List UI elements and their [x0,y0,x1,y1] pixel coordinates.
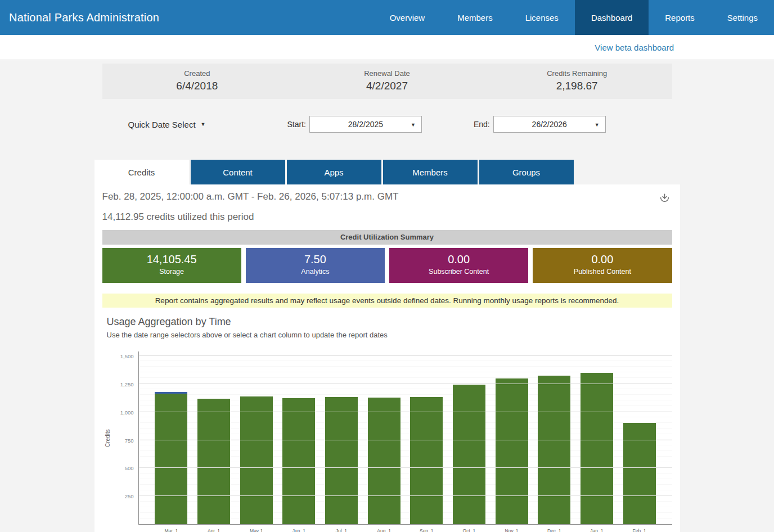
chevron-down-icon: ▼ [201,122,206,127]
chart-bar-column[interactable]: Oct. 1 [453,351,485,524]
card-label: Analytics [246,268,385,276]
gridline [139,384,672,384]
tab-credits[interactable]: Credits [94,160,189,184]
chart-bar-column[interactable]: Dec. 1 [538,351,570,524]
bar-series: Mar. 1Apr. 1May 1Jun. 1Jul. 1Aug. 1Sep. … [139,351,672,524]
chevron-down-icon: ▼ [411,123,416,128]
chart-bar[interactable] [325,397,358,524]
chart-bar-column[interactable]: Aug. 1 [368,351,400,524]
nav-overview[interactable]: Overview [374,0,442,35]
chart-bar[interactable] [538,376,570,524]
y-axis-tick-label: 750 [125,438,134,444]
x-axis-tick-label: Dec. 1 [547,528,561,532]
end-date-label: End: [474,120,490,129]
y-axis-tick-label: 1,250 [120,381,134,387]
end-date-select[interactable]: 26/2/2026 ▼ [493,116,606,133]
top-navbar: National Parks Administration Overview M… [0,0,774,35]
chart-bar-column[interactable]: Nov. 1 [496,351,528,524]
nav-licenses[interactable]: Licenses [509,0,575,35]
published-content-card: 0.00 Published Content [533,248,672,283]
chart-bar-column[interactable]: Mar. 1 [155,351,187,524]
y-axis-tick-label: 500 [125,465,134,471]
x-axis-tick-label: Mar. 1 [165,528,178,532]
x-axis-tick-label: Nov. 1 [505,528,519,532]
beta-bar: View beta dashboard [0,35,774,60]
chart-bar-column[interactable]: Feb. 1 [623,351,656,524]
card-value: 14,105.45 [102,253,241,266]
summary-item-renewal-date: Renewal Date 4/2/2027 [292,69,482,92]
gridline [139,355,672,356]
chart-bar[interactable] [410,397,443,524]
x-axis-tick-label: Jan. 1 [590,528,603,532]
chart-bar-column[interactable]: Apr. 1 [197,351,230,524]
summary-value: 4/2/2027 [292,80,482,92]
x-axis-tick-label: Jun. 1 [292,528,305,532]
credit-summary-cards: 14,105.45 Storage 7.50 Analytics 0.00 Su… [102,248,672,283]
nav-dashboard[interactable]: Dashboard [575,0,649,35]
quick-date-select[interactable]: Quick Date Select ▼ [128,120,206,129]
summary-label: Created [102,69,292,78]
nav-reports[interactable]: Reports [649,0,711,35]
x-axis-tick-label: Oct. 1 [463,528,476,532]
card-label: Published Content [533,268,672,276]
credits-utilized-text: 14,112.95 credits utilized this period [102,211,672,223]
page-background: Created 6/4/2018 Renewal Date 4/2/2027 C… [0,60,774,532]
nav-settings[interactable]: Settings [711,0,774,35]
chart-bar[interactable] [623,423,656,524]
credits-report-panel: Feb. 28, 2025, 12:00:00 a.m. GMT - Feb. … [94,184,680,532]
card-label: Storage [102,268,241,276]
usage-bar-chart: Credits 2505007501,0001,2501,500 Mar. 1A… [102,351,672,525]
card-value: 0.00 [389,253,528,266]
y-axis-label: Credits [102,351,112,525]
plot-area: Mar. 1Apr. 1May 1Jun. 1Jul. 1Aug. 1Sep. … [138,351,672,525]
credit-utilization-summary-header: Credit Utilization Summary [102,230,672,245]
start-date-select[interactable]: 28/2/2025 ▼ [309,116,422,133]
card-value: 0.00 [533,253,672,266]
chart-bar[interactable] [368,398,400,524]
card-label: Subscriber Content [389,268,528,276]
download-icon[interactable] [657,191,672,206]
chart-bar[interactable] [240,396,273,524]
tab-members[interactable]: Members [383,160,478,184]
tab-apps[interactable]: Apps [287,160,381,184]
bar-highlight-cap [155,392,187,394]
x-axis-tick-label: Apr. 1 [208,528,220,532]
panel-header: Feb. 28, 2025, 12:00:00 a.m. GMT - Feb. … [102,191,672,206]
storage-card: 14,105.45 Storage [102,248,241,283]
content-container: Created 6/4/2018 Renewal Date 4/2/2027 C… [94,60,680,532]
card-value: 7.50 [246,253,385,266]
chart-bar[interactable] [282,398,315,524]
y-axis-tick-label: 250 [125,493,134,499]
tab-content[interactable]: Content [191,160,285,184]
date-controls: Quick Date Select ▼ Start: 28/2/2025 ▼ E… [128,116,672,133]
analytics-card: 7.50 Analytics [246,248,385,283]
tab-groups[interactable]: Groups [479,160,574,184]
chevron-down-icon: ▼ [595,123,600,128]
gridline [139,440,672,440]
subscriber-content-card: 0.00 Subscriber Content [389,248,528,283]
report-date-range: Feb. 28, 2025, 12:00:00 a.m. GMT - Feb. … [102,191,657,202]
chart-bar-column[interactable]: Jun. 1 [282,351,315,524]
chart-bar[interactable] [580,373,613,524]
nav-members[interactable]: Members [441,0,509,35]
gridline [139,467,672,468]
chart-bar[interactable] [496,378,528,524]
x-axis-tick-label: Aug. 1 [377,528,391,532]
chart-bar-column[interactable]: Jan. 1 [580,351,613,524]
x-axis-tick-label: Sep. 1 [420,528,434,532]
chart-bar-column[interactable]: Jul. 1 [325,351,358,524]
chart-bar[interactable] [453,385,485,524]
x-axis-tick-label: Jul. 1 [336,528,347,532]
chart-bar-column[interactable]: May 1 [240,351,273,524]
end-date-value: 26/2/2026 [532,120,567,129]
chart-bar-column[interactable]: Sep. 1 [410,351,443,524]
summary-item-created: Created 6/4/2018 [102,69,292,92]
chart-bar[interactable] [197,399,230,524]
y-axis-ticks: 2505007501,0001,2501,500 [112,351,138,525]
view-beta-dashboard-link[interactable]: View beta dashboard [595,43,674,52]
y-axis-tick-label: 1,500 [120,353,134,359]
org-summary: Created 6/4/2018 Renewal Date 4/2/2027 C… [102,64,672,99]
summary-label: Renewal Date [292,69,482,78]
x-axis-tick-label: May 1 [250,528,263,532]
x-axis-tick-label: Feb. 1 [632,528,646,532]
